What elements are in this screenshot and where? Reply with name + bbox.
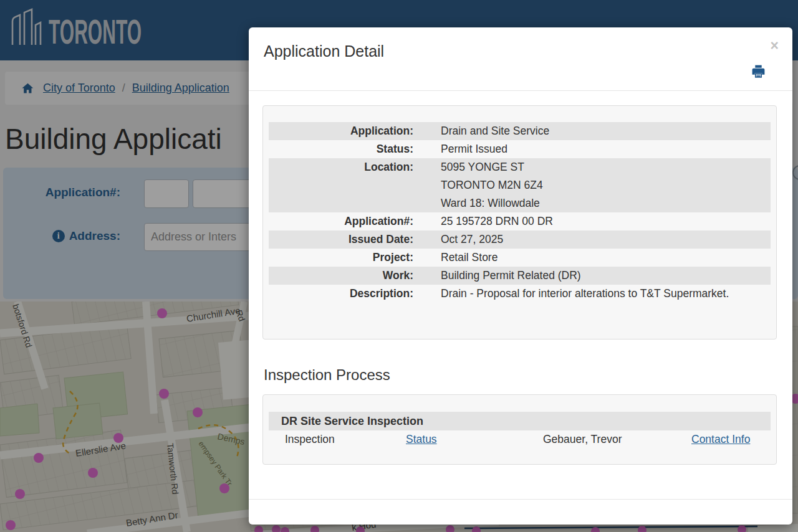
detail-row: Application: Drain and Site Service xyxy=(269,122,771,140)
contact-info-link[interactable]: Contact Info xyxy=(691,433,750,445)
detail-row: Issued Date: Oct 27, 2025 xyxy=(269,230,771,249)
modal-title: Application Detail xyxy=(264,42,384,60)
status-link[interactable]: Status xyxy=(406,433,437,445)
detail-row: Status: Permit Issued xyxy=(269,140,771,158)
inspection-group-title: DR Site Service Inspection xyxy=(269,412,771,430)
detail-row: Project: Retail Store xyxy=(269,249,771,267)
detail-row: Location: 5095 YONGE ST TORONTO M2N 6Z4 … xyxy=(269,158,771,212)
inspector-name: Gebauer, Trevor xyxy=(543,430,691,449)
detail-row: Description: Drain - Proposal for interi… xyxy=(269,285,771,303)
inspection-row: Inspection Status Gebauer, Trevor Contac… xyxy=(269,430,771,449)
modal-footer xyxy=(249,499,792,525)
inspection-process-heading: Inspection Process xyxy=(264,366,390,384)
inspection-name: Inspection xyxy=(269,430,406,449)
application-detail-modal: Application Detail × Application: Drain … xyxy=(249,27,792,525)
modal-header: Application Detail × xyxy=(249,27,792,91)
print-icon[interactable] xyxy=(751,64,766,79)
application-detail-panel: Application: Drain and Site Service Stat… xyxy=(262,105,777,340)
detail-row: Application#: 25 195728 DRN 00 DR xyxy=(269,212,771,230)
close-icon[interactable]: × xyxy=(771,39,779,53)
detail-row: Work: Building Permit Related (DR) xyxy=(269,267,771,285)
inspection-panel: DR Site Service Inspection Inspection St… xyxy=(262,394,777,465)
